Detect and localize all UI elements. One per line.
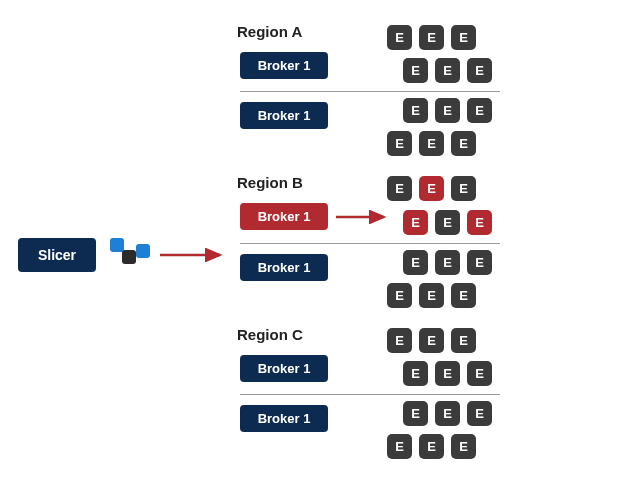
executor: E — [387, 131, 412, 156]
region-b-broker-1: Broker 1 — [240, 203, 328, 230]
executor-label: E — [459, 30, 468, 45]
region-b-divider — [240, 243, 500, 244]
decor-square-dark — [122, 250, 136, 264]
executor: E — [451, 434, 476, 459]
executor-label: E — [443, 255, 452, 270]
executor: E — [419, 131, 444, 156]
executor: E — [403, 250, 428, 275]
executor-label: E — [395, 136, 404, 151]
executor-label: E — [475, 366, 484, 381]
executor: E — [467, 98, 492, 123]
region-a-broker-1: Broker 1 — [240, 52, 328, 79]
executor-highlighted: E — [403, 210, 428, 235]
decor-square-blue-2 — [136, 244, 150, 258]
region-c-divider — [240, 394, 500, 395]
executor: E — [403, 401, 428, 426]
executor: E — [467, 250, 492, 275]
executor: E — [435, 401, 460, 426]
executor: E — [467, 401, 492, 426]
broker-label: Broker 1 — [258, 209, 311, 224]
region-b-label: Region B — [237, 174, 303, 191]
executor: E — [435, 210, 460, 235]
broker-label: Broker 1 — [258, 58, 311, 73]
executor-label: E — [427, 181, 436, 196]
executor: E — [403, 58, 428, 83]
executor-label: E — [395, 288, 404, 303]
executor-label: E — [475, 103, 484, 118]
executor: E — [387, 25, 412, 50]
executor-label: E — [443, 63, 452, 78]
executor-label: E — [411, 366, 420, 381]
executor: E — [387, 434, 412, 459]
broker-label: Broker 1 — [258, 260, 311, 275]
executor: E — [419, 283, 444, 308]
executor: E — [419, 25, 444, 50]
executor-highlighted: E — [467, 210, 492, 235]
executor-label: E — [475, 255, 484, 270]
executor-label: E — [459, 181, 468, 196]
executor: E — [387, 176, 412, 201]
executor: E — [467, 58, 492, 83]
executor-label: E — [427, 30, 436, 45]
region-a-label: Region A — [237, 23, 302, 40]
broker-label: Broker 1 — [258, 411, 311, 426]
executor: E — [387, 328, 412, 353]
executor-label: E — [395, 181, 404, 196]
executor: E — [435, 58, 460, 83]
executor: E — [467, 361, 492, 386]
executor-label: E — [395, 439, 404, 454]
executor: E — [419, 328, 444, 353]
executor-label: E — [411, 255, 420, 270]
executor-label: E — [443, 215, 452, 230]
executor: E — [435, 98, 460, 123]
executor-label: E — [395, 333, 404, 348]
executor-label: E — [443, 103, 452, 118]
executor-label: E — [459, 136, 468, 151]
broker-label: Broker 1 — [258, 361, 311, 376]
executor-label: E — [411, 63, 420, 78]
executor-label: E — [427, 136, 436, 151]
executor: E — [419, 434, 444, 459]
executor-label: E — [411, 406, 420, 421]
executor-label: E — [427, 439, 436, 454]
executor-label: E — [427, 288, 436, 303]
executor-label: E — [459, 333, 468, 348]
executor-label: E — [443, 406, 452, 421]
region-b-broker-2: Broker 1 — [240, 254, 328, 281]
region-a-divider — [240, 91, 500, 92]
arrow-broker-to-executors — [336, 210, 396, 224]
arrow-slicer-to-region-b — [160, 248, 232, 262]
executor-label: E — [443, 366, 452, 381]
executor-highlighted: E — [419, 176, 444, 201]
executor: E — [451, 283, 476, 308]
executor-label: E — [411, 103, 420, 118]
executor: E — [403, 361, 428, 386]
executor-label: E — [459, 288, 468, 303]
executor: E — [435, 361, 460, 386]
region-c-broker-2: Broker 1 — [240, 405, 328, 432]
executor: E — [403, 98, 428, 123]
broker-label: Broker 1 — [258, 108, 311, 123]
region-c-broker-1: Broker 1 — [240, 355, 328, 382]
region-a-broker-2: Broker 1 — [240, 102, 328, 129]
executor-label: E — [475, 63, 484, 78]
executor-label: E — [427, 333, 436, 348]
executor: E — [451, 25, 476, 50]
region-c-label: Region C — [237, 326, 303, 343]
slicer-label: Slicer — [38, 247, 76, 263]
executor: E — [451, 131, 476, 156]
executor: E — [451, 328, 476, 353]
executor: E — [451, 176, 476, 201]
executor-label: E — [475, 215, 484, 230]
executor: E — [435, 250, 460, 275]
executor-label: E — [459, 439, 468, 454]
executor-label: E — [475, 406, 484, 421]
slicer: Slicer — [18, 238, 96, 272]
executor-label: E — [395, 30, 404, 45]
executor-label: E — [411, 215, 420, 230]
executor: E — [387, 283, 412, 308]
